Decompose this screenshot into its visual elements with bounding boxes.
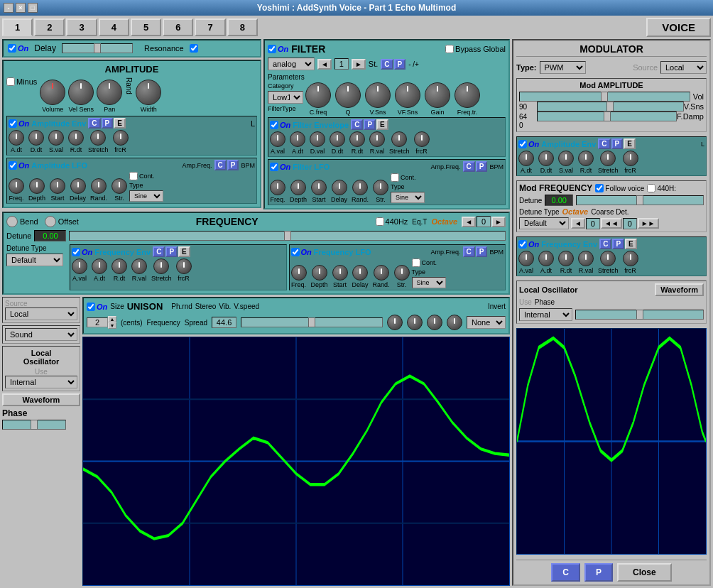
amp-env-sval-knob[interactable]: [48, 130, 64, 146]
voice-tab[interactable]: VOICE: [646, 18, 711, 37]
filter-vsns-knob[interactable]: [365, 82, 391, 108]
tab-2[interactable]: 2: [34, 18, 65, 36]
on-checkbox-delay[interactable]: On: [8, 44, 28, 53]
filter-cfreq-knob[interactable]: [305, 82, 331, 108]
close-button[interactable]: ×: [16, 3, 26, 13]
frl-cont-check[interactable]: Cont.: [412, 258, 446, 267]
filter-env-c[interactable]: C: [351, 119, 363, 130]
unison-size-down[interactable]: ▼: [108, 322, 116, 329]
unison-size-up[interactable]: ▲: [108, 316, 116, 322]
unison-size-input[interactable]: [87, 317, 108, 327]
fre-aval[interactable]: [72, 258, 87, 274]
tab-7[interactable]: 7: [195, 18, 225, 36]
unison-size-spinbox[interactable]: ▲ ▼: [87, 316, 116, 329]
follow-voice-check[interactable]: Follow voice: [595, 184, 644, 192]
freq-lfo-on-input[interactable]: [291, 248, 300, 256]
amp-lfo-on[interactable]: On: [9, 161, 29, 170]
filter-env-on-input[interactable]: [270, 121, 278, 129]
hz440h-check[interactable]: 440H:: [647, 184, 676, 192]
hz440-input[interactable]: [376, 217, 384, 226]
fre-frcr[interactable]: [176, 258, 192, 274]
amp-lfo-delay-knob[interactable]: [70, 178, 86, 194]
amp-env-on-input[interactable]: [9, 119, 17, 128]
freq-lfo-p[interactable]: P: [476, 246, 488, 257]
use-select-bottom[interactable]: Internal: [5, 376, 77, 388]
mfe-aval[interactable]: [518, 251, 534, 266]
follow-voice-input[interactable]: [595, 184, 604, 192]
fe-aval[interactable]: [270, 131, 285, 147]
mae-ddt[interactable]: [538, 151, 554, 166]
amp-env-on[interactable]: On: [9, 119, 29, 128]
octave-prev-btn[interactable]: ◄: [462, 217, 476, 227]
mfe-adt[interactable]: [538, 251, 554, 266]
freq-env-on[interactable]: On: [72, 248, 92, 256]
mae-rdt[interactable]: [578, 151, 594, 166]
title-bar-buttons[interactable]: - × □: [4, 3, 38, 13]
tab-6[interactable]: 6: [163, 18, 193, 36]
amp-lfo-freq-knob[interactable]: [9, 178, 24, 194]
mod-amp-env-c[interactable]: C: [598, 138, 610, 149]
mod-fdamp-slider[interactable]: [537, 111, 677, 121]
freq-env-p[interactable]: P: [165, 246, 178, 257]
bypass-global-check[interactable]: Bypass Global: [445, 45, 506, 53]
amp-lfo-depth-knob[interactable]: [29, 178, 45, 194]
amp-lfo-rand-knob[interactable]: [91, 178, 107, 194]
filter-lfo-p[interactable]: P: [476, 161, 488, 172]
tab-8[interactable]: 8: [227, 18, 258, 36]
maximize-button[interactable]: □: [28, 3, 38, 13]
waveform-btn-bottom[interactable]: Waveform: [2, 393, 80, 406]
filter-lfo-on[interactable]: On: [270, 163, 290, 171]
volume-knob[interactable]: [40, 80, 65, 105]
amp-env-e-btn[interactable]: E: [114, 118, 126, 129]
resonance-checkbox[interactable]: [190, 44, 198, 53]
unison-phrnd-knob[interactable]: [387, 315, 403, 330]
mod-oct-prev2[interactable]: ◄◄: [601, 218, 622, 229]
fe-ddt[interactable]: [330, 131, 345, 147]
amp-env-rdt-knob[interactable]: [68, 130, 84, 146]
fl-depth[interactable]: [290, 180, 306, 195]
filter-env-e[interactable]: E: [376, 119, 388, 130]
mod-vol-slider[interactable]: [519, 92, 690, 102]
detune-slider[interactable]: [69, 231, 506, 241]
mod-vsns-slider[interactable]: [537, 102, 684, 111]
filter-env-on[interactable]: On: [270, 121, 290, 129]
fe-dval[interactable]: [310, 131, 325, 147]
unison-freq-slider[interactable]: [241, 317, 383, 327]
unison-invert-select[interactable]: None Random: [467, 316, 506, 329]
freq-env-on-input[interactable]: [72, 248, 80, 256]
frl-delay[interactable]: [352, 265, 368, 281]
hz440-check[interactable]: 440Hz: [376, 217, 408, 226]
filter-q-knob[interactable]: [335, 82, 361, 108]
on-checkbox-input-delay[interactable]: [8, 44, 16, 53]
vel-sens-knob[interactable]: [68, 80, 94, 105]
filter-p-btn[interactable]: P: [394, 59, 406, 70]
mod-amp-env-e[interactable]: E: [624, 138, 636, 149]
mfe-stretch[interactable]: [600, 251, 616, 266]
mod-detune-type-select[interactable]: Default: [519, 217, 569, 229]
fre-stretch[interactable]: [153, 258, 169, 274]
mod-coarse-next[interactable]: ►►: [638, 218, 659, 229]
delay-slider[interactable]: [62, 43, 133, 53]
fl-start[interactable]: [311, 180, 327, 195]
amp-lfo-p-btn[interactable]: P: [227, 160, 239, 170]
filter-vfsns-knob[interactable]: [395, 82, 420, 108]
amp-lfo-on-input[interactable]: [9, 161, 17, 170]
minus-input[interactable]: [6, 77, 15, 86]
fre-rdt[interactable]: [111, 258, 127, 274]
octave-next-btn[interactable]: ►: [491, 217, 506, 227]
hz440h-input[interactable]: [647, 184, 655, 192]
mae-frcr[interactable]: [623, 151, 638, 166]
fre-adt[interactable]: [92, 258, 107, 274]
freq-env-c[interactable]: C: [153, 246, 165, 257]
filter-type-select[interactable]: analogformantstatevar: [268, 58, 315, 70]
amp-env-c-btn[interactable]: C: [88, 118, 100, 129]
mod-c-btn[interactable]: C: [551, 563, 580, 582]
mfe-rdt[interactable]: [558, 251, 574, 266]
mfe-frcr[interactable]: [623, 251, 638, 266]
freq-env-e[interactable]: E: [178, 246, 190, 257]
tab-1[interactable]: 1: [2, 18, 33, 36]
minimize-button[interactable]: -: [4, 3, 13, 13]
filter-c-btn[interactable]: C: [381, 59, 393, 70]
amp-lfo-str-knob[interactable]: [111, 178, 127, 194]
mae-adt[interactable]: [518, 151, 534, 166]
